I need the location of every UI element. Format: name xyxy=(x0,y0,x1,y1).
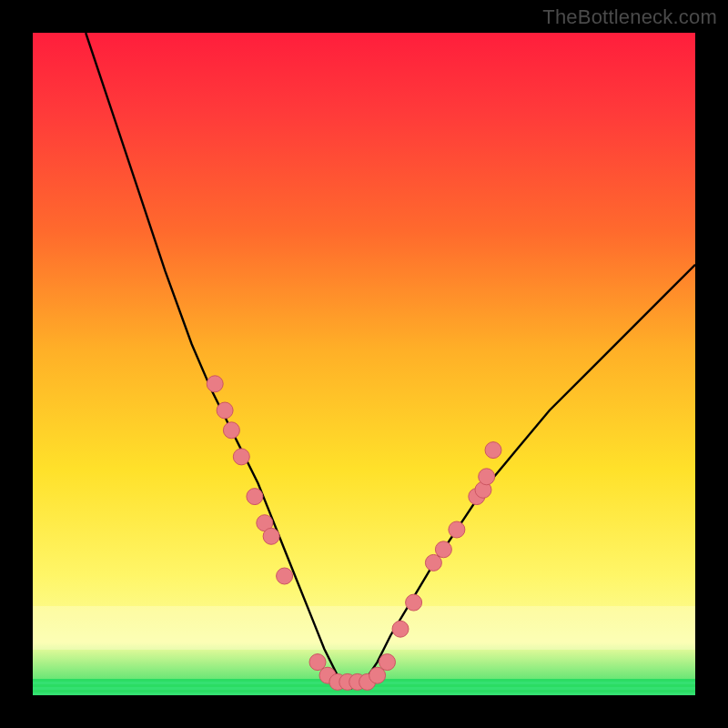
scatter-dot xyxy=(233,449,249,465)
scatter-dot xyxy=(247,489,263,505)
scatter-layer xyxy=(33,33,695,695)
scatter-dot xyxy=(435,541,451,558)
scatter-dot xyxy=(425,554,441,571)
scatter-dot xyxy=(479,469,495,485)
scatter-dot xyxy=(277,568,293,584)
scatter-dot xyxy=(309,654,326,671)
scatter-dot xyxy=(485,442,501,459)
scatter-dot xyxy=(217,402,233,419)
scatter-dot xyxy=(379,654,396,671)
scatter-dot xyxy=(223,422,239,439)
scatter-dot xyxy=(449,521,465,538)
scatter-dot xyxy=(392,621,409,637)
chart-frame: TheBottleneck.com xyxy=(0,0,728,728)
scatter-dots xyxy=(207,376,501,691)
scatter-dot xyxy=(406,594,422,611)
scatter-dot xyxy=(207,376,223,392)
scatter-dot xyxy=(263,528,279,544)
watermark-text: TheBottleneck.com xyxy=(542,5,717,29)
plot-area xyxy=(33,33,695,695)
